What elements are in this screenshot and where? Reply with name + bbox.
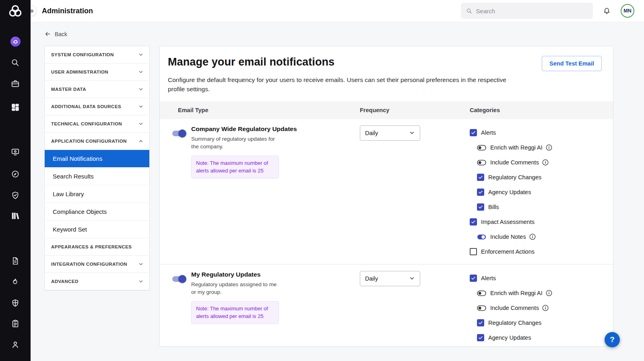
- chevron-down-icon: [138, 86, 144, 92]
- flame-icon[interactable]: [0, 275, 31, 289]
- nav-section-application-configuration[interactable]: APPLICATION CONFIGURATION: [45, 133, 149, 150]
- document-icon[interactable]: [0, 254, 31, 268]
- toggle-off-icon[interactable]: [477, 145, 486, 151]
- toggle-off-icon[interactable]: [477, 290, 486, 296]
- toggle-off-icon[interactable]: [477, 160, 486, 166]
- category-include-comments[interactable]: Include Comments: [477, 155, 613, 170]
- chevron-down-icon: [138, 52, 144, 57]
- nav-section-label: ADDITIONAL DATA SOURCES: [51, 104, 121, 109]
- categories-list: AlertsEnrich with Reggi AIInclude Commen…: [459, 125, 613, 259]
- column-frequency: Frequency: [349, 107, 459, 113]
- nav-item-email-notifications[interactable]: Email Notifications: [45, 150, 149, 168]
- nav-section-technical-configuration[interactable]: TECHNICAL CONFIGURATION: [45, 115, 149, 133]
- settings-nav: SYSTEM CONFIGURATIONUSER ADMINISTRATIONM…: [44, 46, 150, 291]
- library-icon[interactable]: [0, 209, 31, 223]
- info-icon[interactable]: [529, 234, 536, 240]
- checkbox-checked-icon[interactable]: [470, 218, 477, 226]
- nav-section-additional-data-sources[interactable]: ADDITIONAL DATA SOURCES: [45, 98, 149, 115]
- notifications-bell-icon[interactable]: [603, 7, 611, 15]
- category-label: Include Comments: [490, 159, 539, 166]
- compass-icon[interactable]: [0, 167, 31, 181]
- category-alerts[interactable]: Alerts: [470, 125, 613, 140]
- data-sources-icon[interactable]: [0, 145, 31, 159]
- category-enrich-with-reggi-ai[interactable]: Enrich with Reggi AI: [477, 286, 613, 301]
- category-enforcement-actions[interactable]: Enforcement Actions: [470, 244, 613, 259]
- nav-section-system-configuration[interactable]: SYSTEM CONFIGURATION: [45, 46, 149, 64]
- frequency-select[interactable]: Daily: [360, 271, 420, 286]
- nav-item-law-library[interactable]: Law Library: [45, 185, 149, 203]
- category-label: Include Comments: [490, 305, 539, 311]
- user-avatar[interactable]: MN: [621, 4, 634, 18]
- checkbox-unchecked-icon[interactable]: [470, 248, 477, 255]
- category-bills[interactable]: Bills: [477, 200, 613, 215]
- note-box: Note: The maximum number of alerts allow…: [191, 301, 279, 324]
- category-agency-updates[interactable]: Agency Updates: [477, 185, 613, 200]
- checkbox-checked-icon[interactable]: [470, 129, 477, 136]
- checkbox-checked-icon[interactable]: [470, 275, 477, 282]
- nav-section-appearances-preferences[interactable]: APPEARANCES & PREFERENCES: [45, 238, 149, 256]
- nav-section-user-administration[interactable]: USER ADMINISTRATION: [45, 64, 149, 81]
- category-label: Alerts: [481, 275, 496, 281]
- badge-icon[interactable]: [0, 338, 31, 351]
- category-label: Impact Assessments: [481, 219, 535, 225]
- checkbox-checked-icon[interactable]: [477, 174, 484, 181]
- toggle-off-icon[interactable]: [477, 305, 486, 311]
- panel-header: Manage your email notifications Send Tes…: [160, 46, 613, 71]
- email-enabled-toggle[interactable]: [171, 275, 186, 283]
- info-icon[interactable]: [542, 159, 549, 166]
- nav-section-advanced[interactable]: ADVANCED: [45, 273, 149, 290]
- search-icon[interactable]: [0, 56, 31, 70]
- back-link[interactable]: Back: [44, 31, 67, 37]
- category-agency-updates[interactable]: Agency Updates: [477, 330, 613, 345]
- category-label: Regulatory Changes: [488, 174, 541, 180]
- chevron-down-icon: [138, 121, 144, 127]
- checkbox-checked-icon[interactable]: [477, 203, 484, 211]
- checkbox-checked-icon[interactable]: [477, 189, 484, 196]
- email-type-description: Summary of regulatory updates for the co…: [191, 135, 279, 151]
- briefcase-icon[interactable]: [0, 77, 31, 90]
- search-input[interactable]: [476, 8, 588, 14]
- frequency-select[interactable]: Daily: [360, 125, 420, 141]
- send-test-email-button[interactable]: Send Test Email: [542, 56, 602, 71]
- shield-icon[interactable]: [0, 296, 31, 310]
- info-icon[interactable]: [542, 305, 549, 311]
- category-enrich-with-reggi-ai[interactable]: Enrich with Reggi AI: [477, 140, 613, 155]
- toggle-on-icon[interactable]: [477, 234, 486, 240]
- global-search[interactable]: [461, 3, 593, 19]
- category-label: Bills: [488, 204, 499, 210]
- nav-section-label: TECHNICAL CONFIGURATION: [51, 121, 122, 126]
- category-alerts[interactable]: Alerts: [470, 271, 613, 286]
- category-regulatory-changes[interactable]: Regulatory Changes: [477, 170, 613, 185]
- info-icon[interactable]: [546, 144, 552, 151]
- nav-section-integration-configuration[interactable]: INTEGRATION CONFIGURATION: [45, 256, 149, 273]
- table-header: Email Type Frequency Categories: [160, 101, 613, 119]
- table-body: Company Wide Regulatory Updates Summary …: [160, 119, 613, 347]
- nav-item-compliance-objects[interactable]: Compliance Objects: [45, 203, 149, 221]
- frequency-value: Daily: [365, 130, 378, 136]
- app-logo[interactable]: [0, 0, 31, 22]
- chevron-up-icon: [138, 138, 144, 144]
- checkbox-checked-icon[interactable]: [477, 334, 484, 341]
- column-email-type: Email Type: [160, 107, 349, 113]
- category-bills[interactable]: Bills: [477, 345, 613, 347]
- nav-item-search-results[interactable]: Search Results: [45, 168, 149, 185]
- checkbox-checked-icon[interactable]: [477, 319, 484, 326]
- email-enabled-toggle[interactable]: [171, 129, 186, 137]
- category-impact-assessments[interactable]: Impact Assessments: [470, 215, 613, 230]
- shield-check-icon[interactable]: [0, 189, 31, 202]
- search-icon: [466, 8, 473, 14]
- category-include-notes[interactable]: Include Notes: [477, 230, 613, 244]
- help-button[interactable]: ?: [605, 332, 620, 347]
- email-row-company-wide-regulatory-updates: Company Wide Regulatory Updates Summary …: [160, 119, 613, 265]
- nav-item-keyword-set[interactable]: Keyword Set: [45, 221, 149, 238]
- chevron-down-icon: [138, 69, 144, 75]
- back-label: Back: [55, 31, 67, 37]
- info-icon[interactable]: [546, 290, 552, 296]
- clipboard-icon[interactable]: [0, 317, 31, 330]
- category-regulatory-changes[interactable]: Regulatory Changes: [477, 316, 613, 330]
- nav-section-label: APPLICATION CONFIGURATION: [51, 139, 127, 144]
- workspace-icon[interactable]: [0, 35, 31, 48]
- category-include-comments[interactable]: Include Comments: [477, 301, 613, 316]
- nav-section-master-data[interactable]: MASTER DATA: [45, 81, 149, 98]
- dashboard-icon[interactable]: [0, 101, 31, 114]
